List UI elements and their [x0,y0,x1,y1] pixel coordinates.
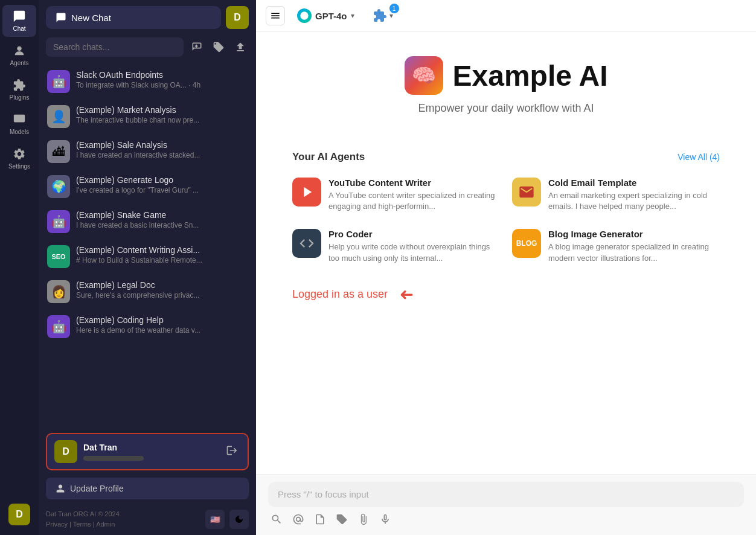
chat-item-coding[interactable]: 🤖 (Example) Coding Help Here is a demo o… [39,309,256,344]
sidebar-item-models[interactable]: Models [2,108,36,140]
chat-info: (Example) Market Analysis The interactiv… [76,105,248,124]
chat-list: 🤖 Slack OAuth Endpoints To integrate wit… [39,62,256,428]
add-chat-button[interactable] [188,39,205,56]
export-button[interactable] [232,39,249,56]
user-name: Dat Tran [83,443,217,452]
chat-title: (Example) Content Writing Assi... [76,245,248,255]
model-selector-button[interactable]: GPT-4o ▾ [290,5,362,27]
sidebar-item-settings[interactable]: Settings [2,143,36,175]
view-all-button[interactable]: View All (4) [678,152,720,162]
agents-label: Agents [10,60,28,66]
model-logo [297,8,312,23]
agent-desc-youtube: A YouTube content writer specialized in … [328,190,500,212]
user-avatar-button[interactable]: D [226,6,249,29]
new-chat-button[interactable]: New Chat [46,6,221,29]
main-content: GPT-4o ▾ 1 ▾ 🧠 Example AI Empower your d… [256,0,756,535]
app-title: Example AI [453,59,608,92]
svg-point-0 [17,46,21,51]
chat-preview: I have created an interactive stacked... [76,151,248,159]
chat-item-logo[interactable]: 🌍 (Example) Generate Logo I've created a… [39,169,256,204]
search-bar [39,35,256,62]
new-chat-label: New Chat [71,13,111,23]
chat-item-sale[interactable]: 🏙 (Example) Sale Analysis I have created… [39,134,256,169]
chat-item-content[interactable]: SEO (Example) Content Writing Assi... # … [39,239,256,274]
chat-icon [13,10,26,23]
theme-toggle-button[interactable] [229,510,249,529]
chat-title: (Example) Sale Analysis [76,140,248,150]
attachment-toolbar-button[interactable] [357,513,370,525]
email-icon [518,184,535,200]
agent-desc-coder: Help you write code without overexplain … [328,242,500,263]
input-toolbar [268,513,744,525]
main-header: GPT-4o ▾ 1 ▾ [256,0,756,32]
flag-button[interactable]: 🇺🇸 [205,510,225,529]
microphone-icon [379,513,391,525]
tag-button[interactable] [210,39,227,56]
chat-thumb: 🤖 [47,70,70,93]
chat-item-slack[interactable]: 🤖 Slack OAuth Endpoints To integrate wit… [39,64,256,99]
document-icon [314,513,326,525]
agent-card-coder[interactable]: Pro Coder Help you write code without ov… [292,226,500,266]
agent-icon-blog: BLOG [512,229,541,258]
sidebar-item-chat[interactable]: Chat [2,5,36,37]
microphone-toolbar-button[interactable] [379,513,391,525]
chat-item-market[interactable]: 👤 (Example) Market Analysis The interact… [39,99,256,134]
chat-thumb: SEO [47,245,70,268]
input-box[interactable]: Press "/" to focus input [268,482,744,507]
agent-name-youtube: YouTube Content Writer [328,178,500,188]
agent-icon-email [512,178,541,207]
user-subscription [83,456,144,461]
agent-card-email[interactable]: Cold Email Template An email marketing e… [512,175,720,214]
chat-preview: # How to Build a Sustainable Remote... [76,256,248,264]
chat-title: (Example) Snake Game [76,210,248,220]
chat-preview: Sure, here's a comprehensive privac... [76,291,248,300]
agent-desc-email: An email marketing expert specializing i… [548,190,720,212]
bottom-avatar[interactable]: D [8,504,30,525]
agent-card-youtube[interactable]: YouTube Content Writer A YouTube content… [292,175,500,214]
update-profile-label: Update Profile [70,484,124,493]
document-toolbar-button[interactable] [314,513,326,525]
chat-item-snake[interactable]: 🤖 (Example) Snake Game I have created a … [39,204,256,239]
svg-rect-1 [14,115,25,123]
update-profile-button[interactable]: Update Profile [46,478,249,499]
settings-icon [13,147,26,161]
mention-toolbar-button[interactable] [292,513,304,525]
plugin-button[interactable]: 1 ▾ [367,5,399,27]
agent-info: Blog Image Generator A blog image genera… [548,229,720,263]
sidebar-header: New Chat D [39,0,256,35]
agent-name-coder: Pro Coder [328,229,500,239]
search-input[interactable] [46,37,184,57]
sidebar-item-plugins[interactable]: Plugins [2,74,36,106]
sidebar-toggle-button[interactable] [266,6,285,25]
agent-info: Cold Email Template An email marketing e… [548,178,720,212]
export-icon [234,41,246,53]
new-chat-icon [56,12,66,23]
search-toolbar-button[interactable] [271,513,283,525]
chat-preview: The interactive bubble chart now pre... [76,116,248,124]
app-title-section: 🧠 Example AI Empower your daily workflow… [405,56,608,115]
footer-icons: 🇺🇸 [205,510,249,529]
plugins-label: Plugins [10,94,30,101]
add-icon [191,41,203,53]
sidebar-item-agents[interactable]: Agents [2,39,36,71]
chat-item-legal[interactable]: 👩 (Example) Legal Doc Sure, here's a com… [39,274,256,309]
models-label: Models [10,129,29,135]
footer-text: Dat Tran ORG AI © 2024 Privacy | Terms |… [46,509,120,530]
tag-toolbar-button[interactable] [336,513,348,525]
chat-info: (Example) Snake Game I have created a ba… [76,210,248,229]
annotation-text: Logged in as a user [292,288,388,301]
agent-info: YouTube Content Writer A YouTube content… [328,178,500,212]
agent-card-blog[interactable]: BLOG Blog Image Generator A blog image g… [512,226,720,266]
agents-header: Your AI Agents View All (4) [292,151,720,163]
youtube-play-icon [298,184,315,200]
code-icon [298,235,315,252]
logout-button[interactable] [223,442,240,461]
annotation-area: Logged in as a user ➜ [292,284,720,304]
chat-preview: To integrate with Slack using OA... · 4h [76,81,248,89]
app-subtitle: Empower your daily workflow with AI [418,102,594,115]
sidebar-footer: Dat Tran ORG AI © 2024 Privacy | Terms |… [39,504,256,535]
openai-icon [300,11,309,21]
puzzle-icon [373,8,387,23]
chat-thumb: 🤖 [47,210,70,233]
icon-bar-bottom: D [8,504,30,530]
